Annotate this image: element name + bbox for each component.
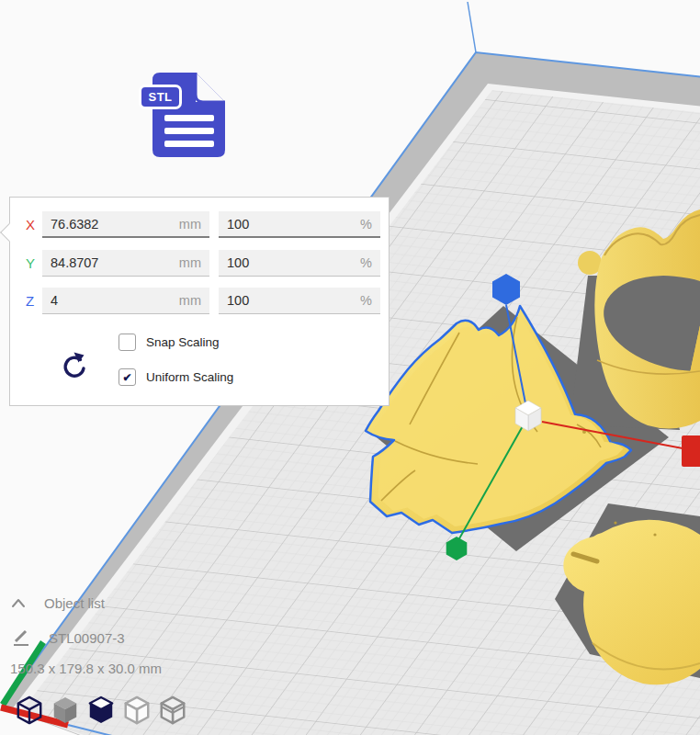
toolbar-button-3[interactable] bbox=[86, 692, 116, 729]
scale-row-y: Y mm % bbox=[10, 250, 389, 277]
z-axis-label: Z bbox=[26, 293, 34, 309]
y-percent-input[interactable] bbox=[219, 250, 380, 276]
cube-layered-icon bbox=[158, 693, 187, 728]
pencil-edit-icon bbox=[12, 628, 30, 647]
y-percent-field: % bbox=[219, 250, 380, 277]
toolbar-button-4[interactable] bbox=[122, 692, 152, 729]
reset-rotate-icon bbox=[60, 348, 87, 385]
cube-selected-icon bbox=[86, 693, 116, 728]
x-axis-label: X bbox=[26, 217, 35, 232]
uniform-scaling-label: Uniform Scaling bbox=[146, 370, 233, 384]
toolbar-button-2[interactable] bbox=[51, 692, 80, 729]
reset-scale-button[interactable] bbox=[58, 346, 89, 387]
toolbar-button-5[interactable] bbox=[158, 692, 187, 729]
object-name: STL00907-3 bbox=[49, 630, 125, 646]
y-size-input[interactable] bbox=[42, 250, 209, 276]
gizmo-x-handle[interactable] bbox=[682, 435, 700, 467]
scale-row-z: Z mm % bbox=[10, 288, 389, 315]
x-percent-field: % bbox=[219, 211, 380, 238]
cube-outline-icon bbox=[122, 693, 152, 728]
z-percent-input[interactable] bbox=[219, 288, 380, 313]
snap-scaling-label: Snap Scaling bbox=[146, 335, 220, 349]
stamp-dot bbox=[653, 533, 656, 536]
stl-file-icon[interactable]: STL bbox=[139, 71, 231, 163]
stl-badge: STL bbox=[139, 85, 182, 109]
x-size-field: mm bbox=[42, 211, 209, 238]
uniform-scaling-checkmark: ✔ bbox=[122, 371, 131, 384]
y-axis-label: Y bbox=[26, 255, 35, 271]
z-size-field: mm bbox=[42, 288, 209, 314]
scale-row-x: X mm % bbox=[10, 211, 389, 239]
build-volume-edge bbox=[468, 2, 476, 52]
object-list-item[interactable]: STL00907-3 bbox=[12, 628, 125, 647]
stamp-dot bbox=[614, 521, 616, 524]
object-dimensions: 150.3 x 179.8 x 30.0 mm bbox=[10, 661, 162, 676]
toolbar-button-1[interactable] bbox=[15, 692, 44, 729]
scale-tool-panel: X mm % Y mm % Z mm % bbox=[9, 197, 390, 406]
view-toolbar bbox=[15, 692, 187, 729]
y-size-field: mm bbox=[42, 250, 209, 277]
snap-scaling-row: Snap Scaling bbox=[119, 334, 220, 351]
object-list-header[interactable]: Object list bbox=[11, 595, 105, 611]
x-size-input[interactable] bbox=[42, 211, 209, 236]
uniform-scaling-checkbox[interactable]: ✔ bbox=[119, 368, 136, 386]
cube-wireframe-icon bbox=[15, 693, 44, 728]
z-percent-field: % bbox=[219, 288, 380, 314]
cube-solid-icon bbox=[51, 693, 80, 728]
object-list-title: Object list bbox=[44, 595, 105, 611]
z-size-input[interactable] bbox=[42, 288, 209, 313]
uniform-scaling-row: ✔ Uniform Scaling bbox=[119, 368, 233, 386]
chevron-up-icon bbox=[11, 598, 26, 608]
snap-scaling-checkbox[interactable] bbox=[119, 334, 136, 351]
x-percent-input[interactable] bbox=[219, 211, 380, 236]
